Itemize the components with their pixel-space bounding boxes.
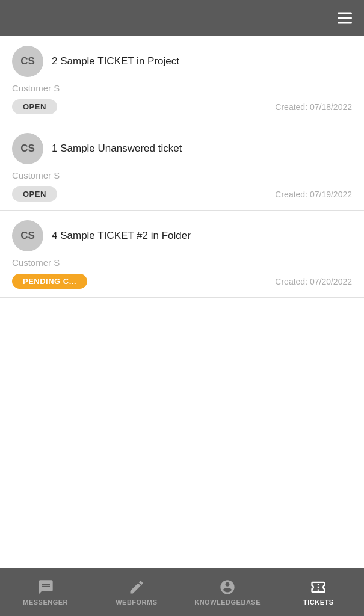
ticket-top-row: CS 2 Sample TICKET in Project xyxy=(12,46,352,77)
tickets-icon xyxy=(310,579,327,596)
header xyxy=(0,0,364,36)
status-badge: PENDING C... xyxy=(12,274,87,289)
nav-item-messenger[interactable]: MESSENGER xyxy=(0,579,91,606)
ticket-list: CS 2 Sample TICKET in Project Customer S… xyxy=(0,36,364,568)
ticket-number: 1 xyxy=(52,143,60,154)
ticket-item[interactable]: CS 2 Sample TICKET in Project Customer S… xyxy=(0,36,364,123)
avatar: CS xyxy=(12,46,43,77)
nav-label: TICKETS xyxy=(303,599,334,606)
status-badge: OPEN xyxy=(12,186,57,202)
ticket-bottom-row: OPEN Created: 07/19/2022 xyxy=(12,186,352,202)
customer-name: Customer S xyxy=(12,170,352,180)
avatar: CS xyxy=(12,220,43,251)
nav-label: KNOWLEDGEBASE xyxy=(194,599,261,606)
ticket-number: 4 xyxy=(52,230,60,241)
webforms-icon xyxy=(128,579,145,596)
nav-item-knowledgebase[interactable]: KNOWLEDGEBASE xyxy=(182,579,273,606)
ticket-title: 2 Sample TICKET in Project xyxy=(52,55,179,67)
ticket-number: 2 xyxy=(52,55,60,67)
nav-label: WEBFORMS xyxy=(116,599,157,606)
customer-name: Customer S xyxy=(12,257,352,268)
ticket-top-row: CS 1 Sample Unanswered ticket xyxy=(12,133,352,164)
nav-item-tickets[interactable]: TICKETS xyxy=(273,579,364,606)
created-date: Created: 07/18/2022 xyxy=(275,102,352,112)
customer-name: Customer S xyxy=(12,83,352,93)
status-badge: OPEN xyxy=(12,99,57,114)
ticket-top-row: CS 4 Sample TICKET #2 in Folder xyxy=(12,220,352,251)
ticket-bottom-row: OPEN Created: 07/18/2022 xyxy=(12,99,352,114)
ticket-bottom-row: PENDING C... Created: 07/20/2022 xyxy=(12,274,352,289)
ticket-item[interactable]: CS 4 Sample TICKET #2 in Folder Customer… xyxy=(0,211,364,298)
created-date: Created: 07/20/2022 xyxy=(275,277,352,286)
nav-item-webforms[interactable]: WEBFORMS xyxy=(91,579,182,606)
knowledgebase-icon xyxy=(219,579,236,596)
bottom-nav: MESSENGER WEBFORMS KNOWLEDGEBASE TICKETS xyxy=(0,568,364,616)
created-date: Created: 07/19/2022 xyxy=(275,189,352,199)
ticket-item[interactable]: CS 1 Sample Unanswered ticket Customer S… xyxy=(0,123,364,211)
menu-icon[interactable] xyxy=(338,13,352,24)
messenger-icon xyxy=(37,579,54,596)
ticket-title: 4 Sample TICKET #2 in Folder xyxy=(52,230,191,242)
nav-label: MESSENGER xyxy=(23,599,68,606)
ticket-title: 1 Sample Unanswered ticket xyxy=(52,143,182,155)
avatar: CS xyxy=(12,133,43,164)
